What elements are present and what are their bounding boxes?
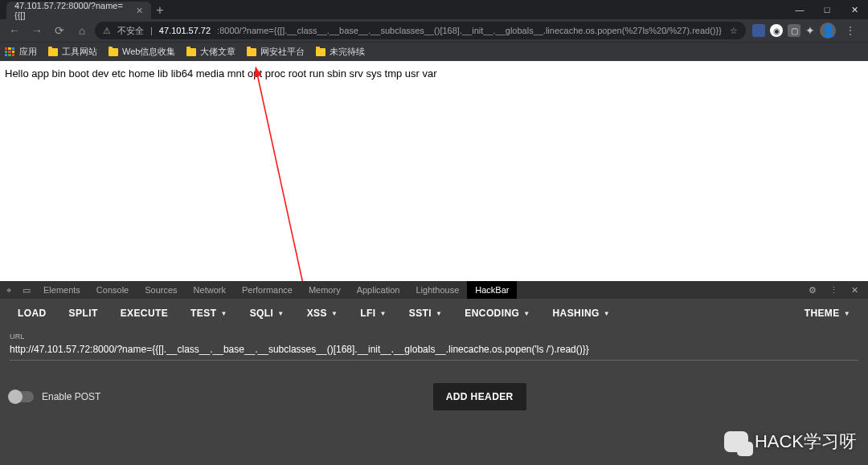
- devtools-tab-memory[interactable]: Memory: [301, 281, 349, 299]
- extensions-group: ◉ ▢ ✦ 👤 ⋮: [749, 21, 863, 40]
- inspect-icon[interactable]: ⌖: [0, 285, 18, 296]
- xss-menu[interactable]: XSS▼: [301, 303, 345, 324]
- folder-icon: [48, 48, 58, 56]
- devtools-tab-network[interactable]: Network: [186, 281, 234, 299]
- devtools-close-icon[interactable]: ✕: [845, 285, 863, 296]
- bookmark-folder[interactable]: 未完待续: [316, 46, 365, 58]
- close-window-button[interactable]: ✕: [841, 0, 868, 19]
- hashing-menu[interactable]: HASHING▼: [547, 303, 616, 324]
- response-body-text: Hello app bin boot dev etc home lib lib6…: [5, 67, 437, 80]
- devtools-settings-icon[interactable]: ⚙: [804, 285, 821, 296]
- extension-owl-icon[interactable]: ◉: [770, 24, 783, 37]
- devtools-tabbar: ⌖ ▭ Elements Console Sources Network Per…: [0, 281, 868, 299]
- back-button[interactable]: ←: [5, 21, 24, 40]
- devtools-tab-application[interactable]: Application: [349, 281, 408, 299]
- reload-button[interactable]: ⟳: [50, 21, 69, 40]
- add-header-button[interactable]: ADD HEADER: [433, 383, 526, 410]
- hackbar-bottom-row: Enable POST ADD HEADER: [0, 361, 868, 410]
- apps-grid-icon: [5, 47, 14, 57]
- test-menu[interactable]: TEST▼: [184, 303, 234, 324]
- wechat-icon: [724, 431, 748, 452]
- url-label: URL: [10, 332, 858, 341]
- bookmark-label: 工具网站: [62, 46, 97, 58]
- split-button[interactable]: SPLIT: [63, 303, 104, 324]
- apps-button[interactable]: 应用: [5, 46, 37, 58]
- page-content: Hello app bin boot dev etc home lib lib6…: [0, 61, 868, 281]
- devtools-tab-elements[interactable]: Elements: [35, 281, 88, 299]
- folder-icon: [108, 48, 118, 56]
- extensions-puzzle-icon[interactable]: ✦: [805, 24, 815, 37]
- devtools-tab-performance[interactable]: Performance: [234, 281, 301, 299]
- browser-menu-icon[interactable]: ⋮: [841, 21, 860, 40]
- hackbar-panel: LOAD SPLIT EXECUTE TEST▼ SQLI▼ XSS▼ LFI▼…: [0, 299, 868, 465]
- separator: |: [150, 26, 153, 35]
- bookmarks-bar: 应用 工具网站 Web信息收集 大佬文章 网安社平台 未完待续: [0, 42, 868, 61]
- execute-button[interactable]: EXECUTE: [114, 303, 174, 324]
- insecure-label: 不安全: [117, 25, 144, 37]
- bookmark-star-icon[interactable]: ☆: [730, 26, 738, 36]
- folder-icon: [247, 48, 256, 56]
- hackbar-toolbar: LOAD SPLIT EXECUTE TEST▼ SQLI▼ XSS▼ LFI▼…: [0, 299, 868, 328]
- watermark-text: HACK学习呀: [755, 430, 857, 454]
- ssti-menu[interactable]: SSTI▼: [403, 303, 449, 324]
- bookmark-label: Web信息收集: [122, 46, 175, 58]
- tab-title: 47.101.57.72:8000/?name={{[]: [14, 1, 129, 20]
- new-tab-button[interactable]: +: [151, 2, 169, 19]
- address-bar: ← → ⟳ ⌂ ⚠ 不安全 | 47.101.57.72:8000/?name=…: [0, 19, 868, 42]
- sqli-menu[interactable]: SQLI▼: [244, 303, 291, 324]
- lfi-menu[interactable]: LFI▼: [354, 303, 393, 324]
- devtools-tab-console[interactable]: Console: [88, 281, 137, 299]
- profile-avatar-icon[interactable]: 👤: [820, 22, 836, 39]
- window-controls: — □ ✕: [786, 0, 868, 19]
- bookmark-folder[interactable]: Web信息收集: [108, 46, 175, 58]
- enable-post-toggle[interactable]: [10, 391, 34, 402]
- bookmark-folder[interactable]: 工具网站: [48, 46, 97, 58]
- folder-icon: [186, 48, 196, 56]
- apps-label: 应用: [19, 46, 37, 58]
- load-button[interactable]: LOAD: [11, 303, 53, 324]
- url-input[interactable]: [10, 341, 858, 361]
- bookmark-label: 大佬文章: [200, 46, 235, 58]
- devtools-more-icon[interactable]: ⋮: [825, 285, 842, 296]
- forward-button[interactable]: →: [27, 21, 47, 40]
- devtools-tab-lighthouse[interactable]: Lighthouse: [407, 281, 467, 299]
- url-path: :8000/?name={{[].__class__.__base__.__su…: [217, 26, 722, 35]
- close-tab-icon[interactable]: ✕: [136, 6, 143, 16]
- devtools-tab-sources[interactable]: Sources: [137, 281, 185, 299]
- devtools-panel: ⌖ ▭ Elements Console Sources Network Per…: [0, 281, 868, 465]
- bookmark-label: 网安社平台: [260, 46, 305, 58]
- tab-strip: 47.101.57.72:8000/?name={{[] ✕ + — □ ✕: [0, 0, 868, 19]
- home-button[interactable]: ⌂: [72, 21, 92, 40]
- theme-menu[interactable]: THEME▼: [798, 303, 857, 324]
- encoding-menu[interactable]: ENCODING▼: [458, 303, 536, 324]
- omnibox[interactable]: ⚠ 不安全 | 47.101.57.72:8000/?name={{[].__c…: [95, 22, 746, 39]
- bookmark-folder[interactable]: 大佬文章: [186, 46, 235, 58]
- devtools-tab-hackbar[interactable]: HackBar: [467, 281, 517, 299]
- minimize-button[interactable]: —: [786, 0, 813, 19]
- url-host: 47.101.57.72: [159, 26, 211, 35]
- browser-tab[interactable]: 47.101.57.72:8000/?name={{[] ✕: [6, 2, 151, 19]
- folder-icon: [316, 48, 326, 56]
- device-toggle-icon[interactable]: ▭: [18, 285, 35, 296]
- watermark: HACK学习呀: [724, 430, 857, 454]
- warning-icon: ⚠: [103, 26, 111, 36]
- enable-post-label: Enable POST: [42, 391, 100, 402]
- hackbar-url-zone: URL: [0, 328, 868, 361]
- maximize-button[interactable]: □: [813, 0, 841, 19]
- bookmark-label: 未完待续: [330, 46, 365, 58]
- extension-icon[interactable]: [752, 24, 765, 37]
- extension-square-icon[interactable]: ▢: [788, 24, 800, 37]
- bookmark-folder[interactable]: 网安社平台: [247, 46, 305, 58]
